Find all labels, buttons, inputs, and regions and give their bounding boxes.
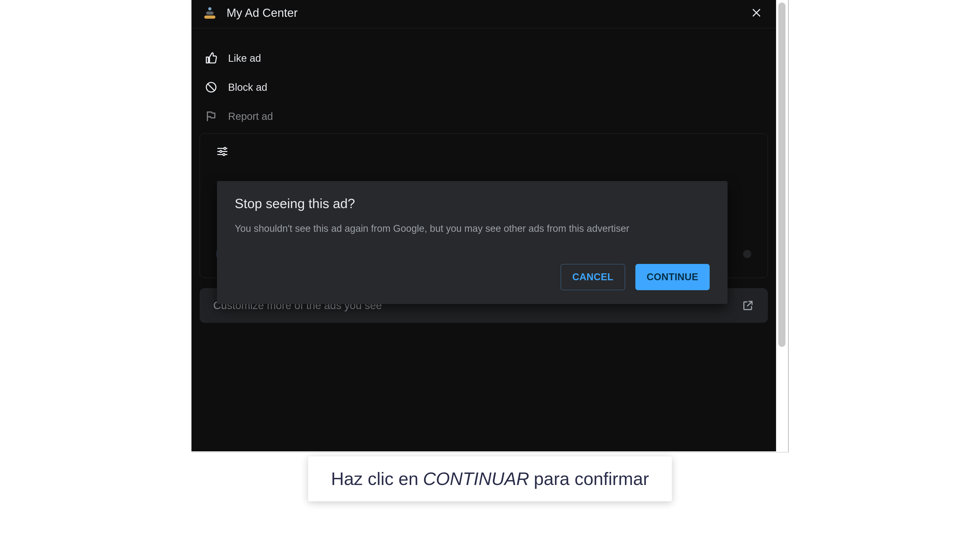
ad-center-panel: My Ad Center Like ad [191,0,776,451]
svg-point-7 [223,154,225,155]
svg-point-6 [220,151,222,152]
like-ad-item[interactable]: Like ad [204,44,763,73]
close-icon [751,6,763,19]
cancel-button[interactable]: CANCEL [561,264,625,290]
menu-item-label: Like ad [228,52,261,64]
menu-item-label: Block ad [228,82,267,93]
instruction-caption: Haz clic en CONTINUAR para confirmar [308,457,672,501]
dialog-title: Stop seeing this ad? [235,196,710,211]
panel-title: My Ad Center [227,6,749,20]
continue-button[interactable]: CONTINUE [635,264,710,290]
svg-line-4 [208,84,215,90]
svg-point-0 [208,7,212,11]
svg-point-5 [224,147,226,149]
thumb-up-icon [204,51,218,65]
report-ad-item[interactable]: Report ad [204,102,763,131]
flag-icon [204,109,218,123]
svg-rect-1 [206,11,213,15]
menu-item-label: Report ad [228,111,273,122]
ad-actions-menu: Like ad Block ad Report ad [191,28,776,133]
confirm-block-dialog: Stop seeing this ad? You shouldn't see t… [217,181,727,304]
scrollbar[interactable] [776,0,788,451]
ad-center-logo-icon [202,5,218,21]
caption-em: CONTINUAR [423,469,529,489]
scrollbar-thumb[interactable] [778,3,786,347]
caption-post: para confirmar [534,469,649,489]
panel-header: My Ad Center [191,0,776,28]
control-dot [743,250,751,258]
tune-icon [216,145,751,158]
block-icon [204,80,218,94]
svg-rect-2 [204,16,215,19]
dialog-body: You shouldn't see this ad again from Goo… [235,221,656,236]
close-button[interactable] [749,5,765,21]
dialog-actions: CANCEL CONTINUE [235,264,710,290]
caption-pre: Haz clic en [331,469,418,489]
open-external-icon [742,300,754,312]
block-ad-item[interactable]: Block ad [204,73,763,102]
